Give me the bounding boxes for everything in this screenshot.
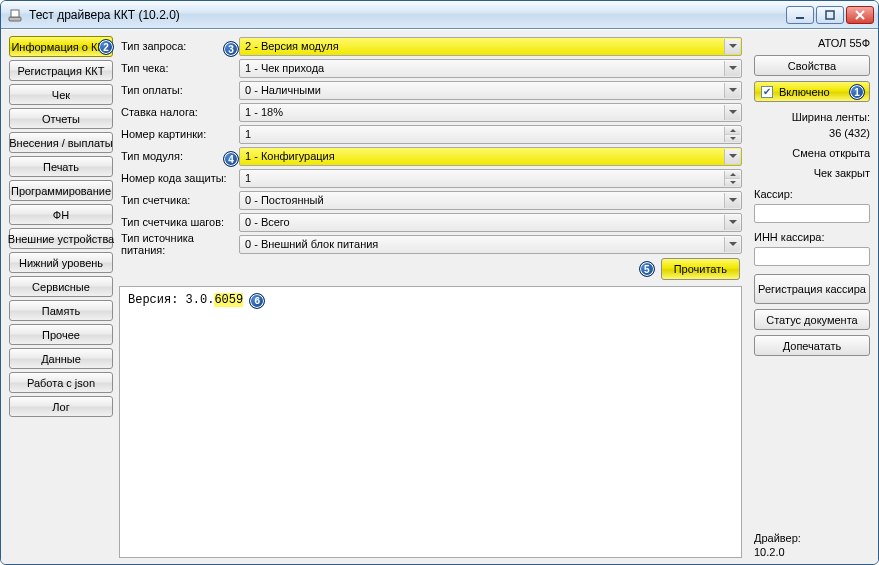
form-label: Тип источника питания: (119, 232, 235, 256)
select-input[interactable]: 1 - Конфигурация (239, 147, 742, 166)
sidebar-item-14[interactable]: Работа с json (9, 372, 113, 393)
spin-buttons (724, 127, 740, 142)
form-label: Тип счетчика: (119, 194, 235, 206)
field-value: 0 - Всего (245, 216, 290, 228)
register-cashier-button[interactable]: Регистрация кассира (754, 274, 870, 304)
chevron-down-icon[interactable] (724, 61, 740, 76)
chevron-down-icon[interactable] (724, 149, 740, 164)
sidebar-item-12[interactable]: Прочее (9, 324, 113, 345)
sidebar-right: АТОЛ 55Ф Свойства ✔ Включено 1 Ширина ле… (748, 30, 878, 564)
output-textarea[interactable]: Версия: 3.0.6059 6 (119, 286, 742, 558)
spin-buttons (724, 171, 740, 186)
document-status-button[interactable]: Статус документа (754, 309, 870, 330)
chevron-down-icon[interactable] (724, 83, 740, 98)
read-button[interactable]: Прочитать (661, 258, 740, 280)
sidebar-item-13[interactable]: Данные (9, 348, 113, 369)
sidebar-item-2[interactable]: Чек (9, 84, 113, 105)
finish-print-button[interactable]: Допечатать (754, 335, 870, 356)
form-label: Тип чека: (119, 62, 235, 74)
chevron-down-icon[interactable] (724, 237, 740, 252)
spin-down-icon[interactable] (725, 135, 740, 142)
sidebar-item-15[interactable]: Лог (9, 396, 113, 417)
form-row-3: Ставка налога:1 - 18% (119, 102, 742, 122)
callout-6: 6 (249, 293, 265, 309)
chevron-down-icon[interactable] (724, 215, 740, 230)
cashier-inn-input[interactable] (754, 247, 870, 266)
field-value: 1 - Чек прихода (245, 62, 324, 74)
callout-1: 1 (849, 84, 865, 100)
select-input[interactable]: 1 - 18% (239, 103, 742, 122)
field-value: 0 - Наличными (245, 84, 321, 96)
driver-label: Драйвер: (754, 532, 870, 544)
minimize-button[interactable] (786, 6, 814, 24)
sidebar-item-11[interactable]: Память (9, 300, 113, 321)
field-value: 0 - Внешний блок питания (245, 238, 378, 250)
chevron-down-icon[interactable] (724, 105, 740, 120)
sidebar-left: Информация о ККТ2Регистрация ККТЧекОтчет… (1, 30, 119, 564)
form-label: Номер кода защиты: (119, 172, 235, 184)
sidebar-item-8[interactable]: Внешние устройства (9, 228, 113, 249)
spin-up-icon[interactable] (725, 127, 740, 135)
cashier-input[interactable] (754, 204, 870, 223)
select-input[interactable]: 0 - Всего (239, 213, 742, 232)
cashier-label: Кассир: (754, 188, 870, 200)
app-icon (7, 7, 23, 23)
window-buttons (786, 6, 874, 24)
callout-2: 2 (98, 39, 114, 55)
field-value: 2 - Версия модуля (245, 40, 339, 52)
sidebar-item-5[interactable]: Печать (9, 156, 113, 177)
sidebar-item-0[interactable]: Информация о ККТ2 (9, 36, 113, 57)
check-icon: ✔ (761, 86, 773, 98)
field-value: 1 (245, 128, 251, 140)
select-input[interactable]: 1 - Чек прихода (239, 59, 742, 78)
form-label: Номер картинки: (119, 128, 235, 140)
svg-rect-3 (826, 11, 834, 19)
close-button[interactable] (846, 6, 874, 24)
field-value: 1 - Конфигурация (245, 150, 335, 162)
output-text-prefix: Версия: 3.0. (128, 293, 214, 307)
form-row-9: Тип источника питания:0 - Внешний блок п… (119, 234, 742, 254)
sidebar-item-7[interactable]: ФН (9, 204, 113, 225)
callout-5: 5 (639, 261, 655, 277)
chevron-down-icon[interactable] (724, 39, 740, 54)
form-label: Тип оплаты: (119, 84, 235, 96)
spin-down-icon[interactable] (725, 179, 740, 186)
sidebar-item-10[interactable]: Сервисные (9, 276, 113, 297)
spin-input[interactable]: 1 (239, 169, 742, 188)
chevron-down-icon[interactable] (724, 193, 740, 208)
select-input[interactable]: 0 - Внешний блок питания (239, 235, 742, 254)
tape-width-label: Ширина ленты: (754, 110, 870, 124)
form-row-4: Номер картинки:1 (119, 124, 742, 144)
app-window: Тест драйвера ККТ (10.2.0) Информация о … (0, 0, 879, 565)
maximize-button[interactable] (816, 6, 844, 24)
shift-status: Смена открыта (754, 146, 870, 160)
select-input[interactable]: 2 - Версия модуля (239, 37, 742, 56)
enabled-label: Включено (779, 86, 830, 98)
callout-3: 3 (223, 41, 239, 57)
form-label: Тип счетчика шагов: (119, 216, 235, 228)
enabled-checkbox[interactable]: ✔ Включено 1 (754, 81, 870, 102)
window-title: Тест драйвера ККТ (10.2.0) (29, 8, 786, 22)
form-label: Ставка налога: (119, 106, 235, 118)
output-text-highlight: 6059 (214, 293, 243, 307)
sidebar-item-3[interactable]: Отчеты (9, 108, 113, 129)
select-input[interactable]: 0 - Постоянный (239, 191, 742, 210)
form-label: Тип модуля:4 (119, 150, 235, 162)
spin-input[interactable]: 1 (239, 125, 742, 144)
form-row-5: Тип модуля:41 - Конфигурация (119, 146, 742, 166)
field-value: 1 - 18% (245, 106, 283, 118)
svg-rect-1 (11, 10, 19, 17)
tape-width-value: 36 (432) (754, 126, 870, 140)
properties-button[interactable]: Свойства (754, 55, 870, 76)
field-value: 1 (245, 172, 251, 184)
sidebar-item-6[interactable]: Программирование (9, 180, 113, 201)
spin-up-icon[interactable] (725, 171, 740, 179)
sidebar-item-4[interactable]: Внесения / выплаты (9, 132, 113, 153)
select-input[interactable]: 0 - Наличными (239, 81, 742, 100)
form-row-1: Тип чека:1 - Чек прихода (119, 58, 742, 78)
center-panel: Тип запроса:32 - Версия модуляТип чека:1… (119, 30, 748, 564)
form-label: Тип запроса:3 (119, 40, 235, 52)
callout-4: 4 (223, 151, 239, 167)
sidebar-item-1[interactable]: Регистрация ККТ (9, 60, 113, 81)
sidebar-item-9[interactable]: Нижний уровень (9, 252, 113, 273)
